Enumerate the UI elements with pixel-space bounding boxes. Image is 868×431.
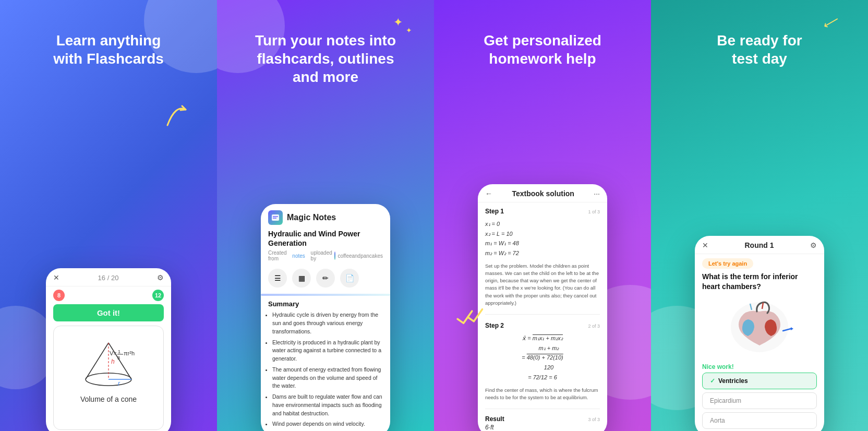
panel3-headline: Get personalized homework help (467, 15, 618, 68)
tool-buttons: ☰ ▦ ✏ 📄 (261, 265, 390, 292)
summary-list: Hydraulic cycle is driven by energy from… (261, 311, 390, 431)
section-divider (261, 294, 390, 296)
cards-tool-button[interactable]: ▦ (292, 269, 311, 288)
panel2-headline: Turn your notes into flashcards, outline… (238, 15, 413, 86)
svg-text:h: h (111, 358, 115, 365)
heart-illustration (695, 298, 824, 358)
try-again-badge: Let's try again (702, 258, 753, 269)
notes-phone-mockup: Magic Notes Hydraulic and Wind Power Gen… (261, 204, 390, 431)
step-divider (485, 314, 600, 315)
panel1-headline: Learn anything with Flashcards (37, 15, 180, 68)
magic-notes-title: Magic Notes (287, 213, 336, 222)
flashcard-term: Volume of a cone (80, 395, 137, 403)
result-value: 6·ft (478, 424, 607, 431)
correct-answer-option[interactable]: ✓ Ventricles (702, 373, 817, 389)
step1-count: 1 of 3 (588, 209, 600, 214)
panel4-headline: Be ready for test day (700, 15, 818, 68)
step1-explanation: Set up the problem. Model the children a… (485, 259, 600, 309)
result-count: 3 of 3 (588, 417, 600, 422)
got-it-label: Got it! (53, 304, 164, 321)
panel-magic-notes: ✦ ✦ Turn your notes into flashcards, out… (217, 0, 434, 431)
list-tool-button[interactable]: ☰ (268, 269, 287, 288)
step1-label: Step 1 (485, 208, 504, 215)
panel-test-day: ⟵ Be ready for test day ✕ Round 1 ⚙ Let'… (651, 0, 868, 431)
sparkle-small-icon: ✦ (406, 26, 412, 34)
flashcard[interactable]: h r V= 1 3 πr²h Volume of a cone (53, 326, 164, 430)
step2-count: 2 of 3 (588, 324, 600, 329)
back-icon[interactable]: ← (485, 189, 492, 198)
nice-work-label: Nice work! (695, 361, 824, 373)
svg-text:V=: V= (110, 350, 117, 356)
leaf-icon: ⟵ (821, 13, 842, 33)
round1-settings-icon[interactable]: ⚙ (810, 241, 817, 249)
round1-phone-mockup: ✕ Round 1 ⚙ Let's try again What is the … (695, 236, 824, 431)
wrong-count-badge: 8 (53, 290, 65, 301)
round1-close-icon[interactable]: ✕ (702, 241, 708, 249)
document-title: Hydraulic and Wind Power Generation (261, 227, 390, 249)
step2-explanation: Find the center of mass, which is where … (485, 384, 600, 404)
card-count: 16 / 20 (98, 274, 119, 282)
check-icon: ✓ (710, 377, 715, 385)
settings-icon[interactable]: ⚙ (157, 273, 164, 282)
answer-option-epicardium[interactable]: Epicardium (702, 392, 817, 409)
magic-notes-app-icon (268, 210, 283, 225)
panel-homework-help: Get personalized homework help ← Textboo… (434, 0, 651, 431)
step-1: Step 1 1 of 3 x₁ = 0x₂ = L = 10m₁ = W₁ =… (478, 202, 607, 312)
list-item: Electricity is produced in a hydraulic p… (272, 339, 383, 363)
cone-illustration: h r V= 1 3 πr²h (77, 333, 140, 391)
step1-equations: x₁ = 0x₂ = L = 10m₁ = W₁ = 48m₂ = W₂ = 7… (485, 218, 600, 259)
doc-tool-button[interactable]: 📄 (340, 269, 359, 288)
svg-text:πr²h: πr²h (124, 350, 135, 356)
textbook-phone-mockup: ← Textbook solution ··· Step 1 1 of 3 x₁… (478, 184, 607, 431)
list-item: The amount of energy extracted from flow… (272, 366, 383, 390)
svg-text:r: r (118, 380, 120, 387)
notes-link[interactable]: notes (292, 253, 305, 259)
step2-equations: x̄ = m₁x₁ + m₂x₂ m₁ + m₂ = 48(0) + 72(10… (485, 332, 600, 383)
answer-option-aorta[interactable]: Aorta (702, 412, 817, 429)
svg-text:3: 3 (117, 355, 120, 361)
step-divider-2 (485, 409, 600, 409)
sparkle-icon: ✦ (393, 16, 403, 29)
list-item: Wind power depends on wind velocity. (272, 420, 383, 428)
svg-marker-16 (791, 327, 793, 330)
step-2: Step 2 2 of 3 x̄ = m₁x₁ + m₂x₂ m₁ + m₂ =… (478, 317, 607, 406)
textbook-solution-title: Textbook solution (512, 189, 574, 198)
correct-count-badge: 12 (152, 290, 164, 301)
more-options-icon[interactable]: ··· (594, 189, 600, 198)
quiz-question: What is the term for inferior heart cham… (695, 272, 824, 296)
author-name: coffeeandpancakes (337, 253, 383, 259)
close-icon[interactable]: ✕ (53, 273, 59, 282)
summary-title: Summary (261, 300, 390, 311)
flashcard-phone-mockup: ✕ 16 / 20 ⚙ 8 12 Got it! (46, 268, 171, 431)
round1-title: Round 1 (745, 241, 774, 249)
svg-rect-12 (272, 214, 279, 221)
svg-text:1: 1 (118, 349, 120, 354)
result-label: Result (485, 415, 504, 423)
list-item: Dams are built to regulate water flow an… (272, 393, 383, 417)
list-item: Hydraulic cycle is driven by energy from… (272, 311, 383, 336)
heart-svg (713, 298, 806, 356)
edit-tool-button[interactable]: ✏ (316, 269, 335, 288)
created-by-line: Created from notes uploaded by coffeeand… (261, 249, 390, 265)
panel-flashcards: Learn anything with Flashcards ✕ 16 / 20… (0, 0, 217, 431)
author-avatar (334, 252, 336, 260)
